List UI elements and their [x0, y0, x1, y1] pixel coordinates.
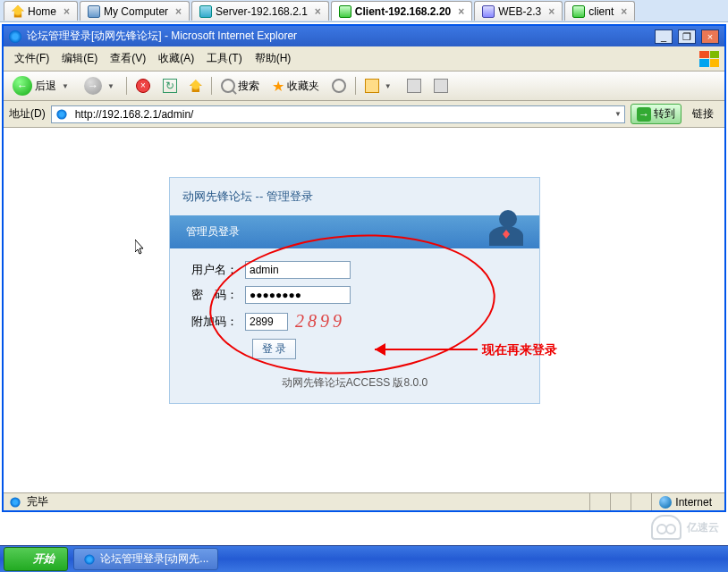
edit-page-button[interactable]: [430, 77, 452, 95]
client-icon: [572, 5, 585, 18]
password-label: 密 码：: [188, 287, 245, 303]
password-input[interactable]: [245, 286, 351, 304]
chevron-down-icon: ▼: [105, 82, 117, 90]
home-button[interactable]: [186, 78, 206, 94]
login-panel: 动网先锋论坛 -- 管理登录 管理员登录 用户名： 密 码： 附加码： 2899: [169, 177, 540, 404]
chevron-down-icon: ▼: [382, 82, 394, 90]
tab-mycomputer[interactable]: My Computer×: [80, 1, 190, 21]
tab-server[interactable]: Server-192.168.2.1×: [191, 1, 329, 21]
status-segment: [631, 493, 646, 510]
menu-view[interactable]: 查看(V): [105, 49, 151, 68]
go-label: 转到: [654, 106, 675, 122]
tab-web[interactable]: WEB-2.3×: [474, 1, 563, 21]
avatar-icon: [489, 210, 527, 248]
close-button[interactable]: ×: [701, 29, 719, 44]
status-segment: [589, 493, 605, 510]
favorites-button[interactable]: ★收藏夹: [268, 76, 323, 97]
captcha-label: 附加码：: [188, 314, 245, 330]
tab-client2[interactable]: client×: [564, 1, 635, 21]
cursor-icon: [135, 240, 146, 256]
close-icon[interactable]: ×: [63, 5, 70, 18]
password-row: 密 码：: [188, 286, 521, 304]
address-input-wrapper: ▼: [51, 105, 625, 123]
client-icon: [339, 5, 351, 18]
star-icon: ★: [272, 78, 284, 95]
refresh-button[interactable]: ↻: [159, 77, 181, 95]
chevron-down-icon: ▼: [59, 82, 72, 90]
back-icon: ←: [13, 76, 32, 96]
watermark-text: 亿速云: [687, 520, 719, 535]
username-label: 用户名：: [188, 262, 245, 278]
favorites-label: 收藏夹: [287, 79, 319, 94]
search-button[interactable]: 搜索: [217, 77, 263, 96]
back-label: 后退: [35, 79, 56, 94]
history-button[interactable]: [328, 77, 350, 95]
ie-statusbar: 完毕 Internet: [4, 492, 724, 510]
go-button[interactable]: →转到: [631, 104, 681, 124]
url-input[interactable]: [72, 108, 612, 121]
watermark-icon: [651, 515, 681, 540]
windows-flag-icon: [13, 553, 28, 566]
close-icon[interactable]: ×: [458, 5, 464, 18]
edit-icon: [434, 79, 448, 93]
address-label: 地址(D): [9, 106, 46, 122]
tab-home[interactable]: Home×: [4, 1, 78, 21]
login-footer: 动网先锋论坛ACCESS 版8.0.0: [170, 366, 539, 403]
close-icon[interactable]: ×: [621, 5, 627, 18]
menu-edit[interactable]: 编辑(E): [56, 49, 103, 68]
forward-button[interactable]: →▼: [80, 75, 121, 97]
server-icon: [199, 5, 212, 18]
tab-client[interactable]: Client-192.168.2.20×: [331, 1, 472, 21]
maximize-button[interactable]: ❐: [678, 29, 696, 44]
refresh-icon: ↻: [163, 79, 177, 93]
mail-button[interactable]: ▼: [361, 77, 398, 95]
ie-icon: [84, 554, 94, 564]
workspace-tab-bar: Home× My Computer× Server-192.168.2.1× C…: [0, 0, 728, 22]
chevron-down-icon[interactable]: ▼: [612, 110, 624, 118]
menu-tools[interactable]: 工具(T): [201, 49, 247, 68]
web-icon: [482, 5, 495, 18]
tab-label: client: [588, 5, 614, 18]
status-text: 完毕: [27, 494, 48, 509]
watermark: 亿速云: [651, 515, 719, 540]
separator: [211, 77, 212, 95]
ie-menubar: 文件(F) 编辑(E) 查看(V) 收藏(A) 工具(T) 帮助(H): [4, 46, 724, 72]
history-icon: [332, 79, 346, 93]
links-button[interactable]: 链接: [687, 105, 719, 123]
print-button[interactable]: [403, 77, 425, 95]
address-bar: 地址(D) ▼ →转到 链接: [4, 101, 724, 128]
status-segment: [610, 493, 625, 510]
mail-icon: [365, 79, 379, 93]
forward-icon: →: [84, 77, 102, 95]
minimize-button[interactable]: _: [655, 29, 673, 44]
page-icon: [56, 109, 66, 119]
menu-help[interactable]: 帮助(H): [250, 49, 297, 68]
menu-file[interactable]: 文件(F): [9, 49, 55, 68]
close-icon[interactable]: ×: [548, 5, 554, 18]
taskbar-item[interactable]: 论坛管理登录[动网先...: [73, 548, 218, 570]
zone-label: Internet: [675, 496, 712, 509]
close-icon[interactable]: ×: [175, 5, 182, 18]
tab-label: My Computer: [104, 5, 168, 18]
ie-window: 论坛管理登录[动网先锋论坛] - Microsoft Internet Expl…: [2, 24, 726, 512]
ie-logo-icon: [9, 30, 21, 43]
home-icon: [190, 80, 202, 92]
back-button[interactable]: ←后退▼: [9, 74, 75, 97]
login-button[interactable]: 登 录: [252, 339, 296, 359]
close-icon[interactable]: ×: [315, 5, 321, 18]
tab-label: Client-192.168.2.20: [355, 5, 451, 18]
page-content: 动网先锋论坛 -- 管理登录 管理员登录 用户名： 密 码： 附加码： 2899: [4, 128, 724, 500]
home-icon: [12, 5, 24, 18]
task-label: 论坛管理登录[动网先...: [100, 551, 208, 567]
computer-icon: [88, 5, 100, 18]
globe-icon: [659, 496, 672, 509]
captcha-input[interactable]: [245, 313, 288, 331]
stop-button[interactable]: ×: [132, 77, 154, 95]
submit-row: 登 录: [252, 339, 521, 359]
username-row: 用户名：: [188, 261, 521, 279]
start-button[interactable]: 开始: [4, 547, 68, 571]
menu-favorites[interactable]: 收藏(A): [153, 49, 199, 68]
username-input[interactable]: [245, 261, 351, 279]
annotation-text: 现在再来登录: [482, 342, 557, 358]
captcha-image: 2899: [295, 311, 345, 332]
